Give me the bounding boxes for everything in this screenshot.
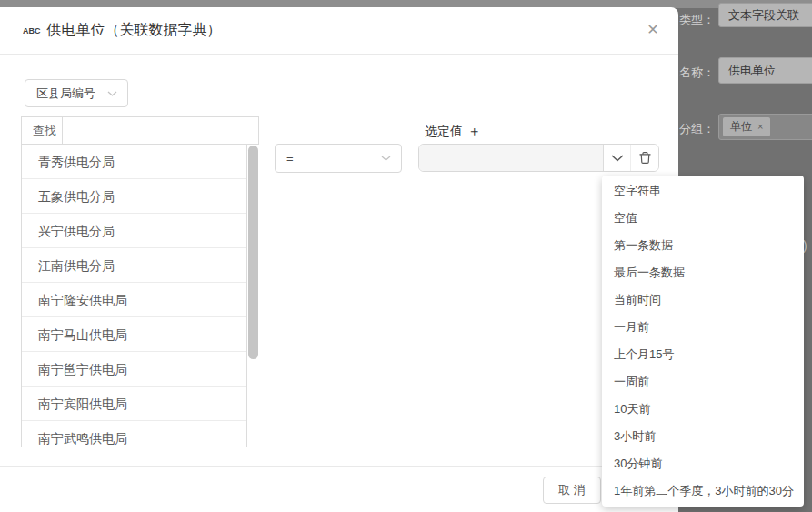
list-item[interactable]: 南宁邕宁供电局	[22, 352, 246, 387]
add-value-icon[interactable]: ＋	[467, 123, 481, 140]
list-item[interactable]: 青秀供电分局	[22, 145, 246, 179]
list-item[interactable]: 五象供电分局	[22, 179, 246, 214]
search-box: 查找	[21, 116, 259, 145]
selected-value-header: 选定值 ＋	[425, 123, 481, 140]
search-label: 查找	[22, 117, 63, 144]
dropdown-option[interactable]: 10天前	[602, 396, 804, 423]
dropdown-option[interactable]: 第一条数据	[602, 232, 804, 259]
value-input-group	[418, 144, 659, 172]
value-dropdown-button[interactable]	[604, 145, 631, 171]
bg-type-label: 类型：	[679, 12, 715, 28]
dropdown-option[interactable]: 最后一条数据	[602, 259, 804, 286]
chevron-down-icon	[381, 156, 391, 161]
bg-name-input[interactable]: 供电单位	[718, 57, 812, 84]
chevron-down-icon	[611, 155, 624, 162]
cancel-button[interactable]: 取 消	[543, 477, 601, 504]
list-item[interactable]: 南宁马山供电局	[22, 317, 246, 352]
bg-name-label: 名称：	[679, 65, 715, 81]
list-item[interactable]: 南宁隆安供电局	[22, 283, 246, 317]
group-tag: 单位×	[723, 117, 770, 136]
bg-group-label: 分组：	[679, 121, 715, 137]
selected-value-label: 选定值	[425, 124, 463, 140]
operator-select[interactable]: =	[275, 144, 402, 173]
operator-select-value: =	[276, 152, 381, 166]
search-input[interactable]	[63, 117, 258, 144]
field-select-value: 区县局编号	[25, 85, 107, 102]
text-field-type-icon: ABC	[23, 25, 41, 35]
close-icon[interactable]: ✕	[642, 18, 664, 40]
list-scrollbar[interactable]	[248, 146, 258, 359]
footer-divider	[0, 466, 678, 467]
value-input[interactable]	[419, 145, 604, 171]
dropdown-option[interactable]: 空字符串	[602, 177, 804, 205]
tag-close-icon[interactable]: ×	[757, 121, 763, 132]
bg-type-input[interactable]: 文本字段关联	[718, 3, 812, 27]
dropdown-option[interactable]: 当前时间	[602, 286, 804, 314]
value-options-dropdown: 空字符串 空值 第一条数据 最后一条数据 当前时间 一月前 上个月15号 一周前…	[602, 176, 804, 507]
list-item[interactable]: 江南供电分局	[22, 248, 246, 283]
dropdown-option[interactable]: 3小时前	[602, 423, 804, 450]
chevron-down-icon	[107, 91, 117, 96]
list-item[interactable]: 南宁武鸣供电局	[22, 421, 246, 447]
list-item[interactable]: 兴宁供电分局	[22, 214, 246, 248]
dropdown-option[interactable]: 上个月15号	[602, 341, 804, 368]
dropdown-option[interactable]: 空值	[602, 205, 804, 232]
bg-group-input[interactable]: 单位×	[718, 114, 812, 140]
group-tag-text: 单位	[730, 120, 752, 133]
dropdown-option[interactable]: 一月前	[602, 314, 804, 341]
list-item[interactable]: 南宁宾阳供电局	[22, 387, 246, 421]
bureau-list: 青秀供电分局 五象供电分局 兴宁供电分局 江南供电分局 南宁隆安供电局 南宁马山…	[21, 145, 247, 447]
modal-title: 供电单位（关联数据字典）	[47, 21, 222, 40]
trash-icon	[638, 151, 652, 165]
dropdown-option[interactable]: 30分钟前	[602, 450, 804, 477]
data-dictionary-modal: ABC 供电单位（关联数据字典） ✕ 区县局编号 查找 青秀供电分局 五象供电分…	[0, 7, 678, 512]
modal-header: ABC 供电单位（关联数据字典）	[0, 7, 678, 55]
dropdown-option[interactable]: 1年前第二个季度，3小时前的30分	[602, 477, 804, 505]
app-root: 类型： 文本字段关联 名称： 供电单位 分组： 单位× ) ABC 供电单位（关…	[0, 0, 812, 512]
field-select[interactable]: 区县局编号	[25, 79, 128, 107]
delete-value-button[interactable]	[631, 145, 658, 171]
dropdown-option[interactable]: 一周前	[602, 368, 804, 396]
